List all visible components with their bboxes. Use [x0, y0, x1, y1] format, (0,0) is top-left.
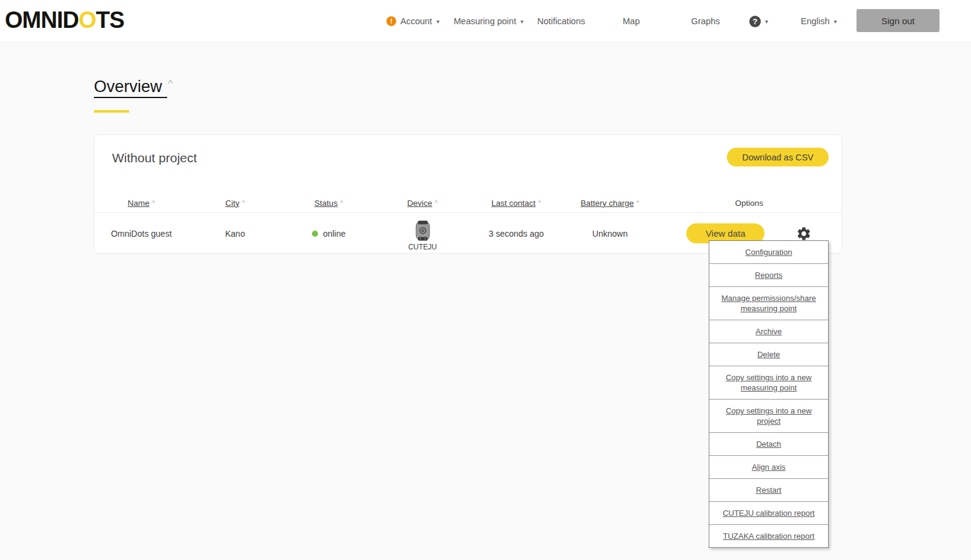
cell-status: online — [282, 213, 376, 254]
menu-item-reports[interactable]: Reports — [709, 264, 828, 287]
sensor-device-icon — [414, 220, 431, 242]
sign-out-button[interactable]: Sign out — [857, 9, 940, 32]
menu-item-restart[interactable]: Restart — [709, 479, 828, 502]
account-warning-icon: ! — [386, 16, 396, 26]
sort-caret-icon: ^ — [340, 199, 343, 206]
gear-icon[interactable] — [796, 226, 812, 242]
nav-help[interactable]: ? ▾ — [749, 0, 768, 42]
logo-accent-o: O — [79, 7, 96, 33]
column-header-battery-charge[interactable]: Battery charge ^ — [563, 193, 657, 212]
chevron-down-icon: ▾ — [765, 18, 768, 25]
nav-map-label: Map — [623, 16, 640, 26]
without-project-card: Without project Download as CSV Name ^ C… — [94, 134, 842, 254]
sort-caret-icon: ^ — [242, 199, 245, 206]
menu-item-archive[interactable]: Archive — [709, 320, 828, 343]
menu-item-tuzaka-calibration-report[interactable]: TUZAKA calibration report — [709, 525, 828, 547]
page-title[interactable]: Overview^ — [94, 77, 173, 96]
nav-notifications-label: Notifications — [537, 16, 585, 26]
menu-item-delete[interactable]: Delete — [709, 343, 828, 366]
nav-graphs[interactable]: Graphs — [691, 0, 720, 42]
title-accent-bar — [94, 110, 129, 113]
table-header-row: Name ^ City ^ Status ^ Device ^ Last con… — [94, 193, 841, 212]
menu-item-detach[interactable]: Detach — [709, 433, 828, 456]
omnidots-logo[interactable]: OMNIDOTS — [5, 7, 124, 33]
logo-prefix: OMNID — [5, 7, 79, 33]
column-header-city[interactable]: City ^ — [188, 193, 282, 212]
menu-item-copy-settings-measuring-point[interactable]: Copy settings into a new measuring point — [709, 366, 828, 400]
column-header-name[interactable]: Name ^ — [94, 193, 188, 212]
nav-language-label: English — [801, 16, 830, 26]
cell-name: OmniDots guest — [94, 213, 188, 254]
menu-item-manage-permissions[interactable]: Manage permissions/share measuring point — [709, 287, 828, 320]
help-icon: ? — [749, 16, 761, 27]
top-nav: OMNIDOTS ! Account ▾ Measuring point ▾ N… — [0, 0, 971, 42]
nav-language[interactable]: English ▾ — [801, 0, 837, 42]
sort-caret-icon: ^ — [636, 199, 639, 206]
column-header-device[interactable]: Device ^ — [376, 193, 469, 212]
sort-caret-icon: ^ — [152, 199, 155, 206]
cell-city: Kano — [188, 213, 282, 254]
page-title-text: Overview — [94, 77, 167, 98]
menu-item-copy-settings-project[interactable]: Copy settings into a new project — [709, 400, 828, 433]
column-header-last-contact[interactable]: Last contact ^ — [469, 193, 563, 212]
menu-item-align-axis[interactable]: Align axis — [709, 456, 828, 479]
chevron-down-icon: ▾ — [834, 18, 837, 25]
cell-device: CUTEJU — [376, 213, 469, 254]
chevron-down-icon: ▾ — [436, 18, 439, 25]
logo-suffix: TS — [96, 7, 124, 33]
column-header-status[interactable]: Status ^ — [282, 193, 376, 212]
nav-map[interactable]: Map — [623, 0, 640, 42]
online-status-dot — [312, 231, 318, 237]
cell-battery-charge: Unknown — [563, 213, 657, 254]
chevron-down-icon: ▾ — [520, 18, 523, 25]
cell-last-contact: 3 seconds ago — [469, 213, 563, 254]
nav-measuring-point[interactable]: Measuring point ▾ — [454, 0, 523, 42]
nav-graphs-label: Graphs — [691, 16, 720, 26]
status-label: online — [323, 229, 345, 239]
nav-account[interactable]: ! Account ▾ — [386, 0, 439, 42]
collapse-caret-icon: ^ — [168, 79, 173, 89]
card-title: Without project — [112, 151, 197, 165]
download-csv-button[interactable]: Download as CSV — [727, 148, 829, 166]
options-dropdown-menu: Configuration Reports Manage permissions… — [709, 240, 829, 548]
device-name-label: CUTEJU — [408, 243, 437, 251]
menu-item-cuteju-calibration-report[interactable]: CUTEJU calibration report — [709, 502, 828, 525]
sort-caret-icon: ^ — [435, 199, 438, 206]
nav-account-label: Account — [400, 16, 432, 26]
sort-caret-icon: ^ — [538, 199, 541, 206]
nav-notifications[interactable]: Notifications — [537, 0, 585, 42]
column-header-options: Options — [657, 193, 841, 212]
device-link[interactable]: CUTEJU — [408, 220, 437, 251]
menu-item-configuration[interactable]: Configuration — [709, 241, 828, 264]
nav-measuring-point-label: Measuring point — [454, 16, 516, 26]
